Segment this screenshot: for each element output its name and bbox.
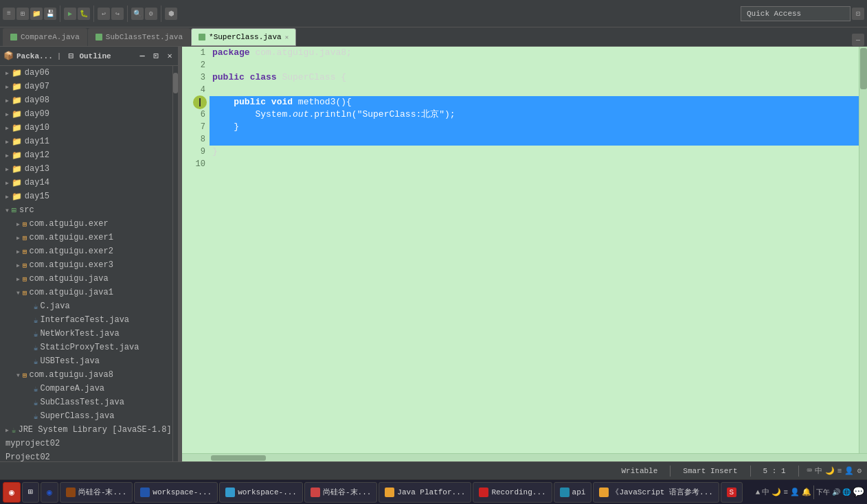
label-day15: day15 (25, 192, 49, 201)
sidebar-btn-close[interactable]: ✕ (164, 51, 175, 62)
sidebar-item-day11[interactable]: ▶ 📁 day11 (0, 135, 172, 148)
toolbar-icon-undo[interactable]: ↩ (98, 8, 110, 20)
icon-day07: 📁 (12, 82, 22, 92)
sidebar-item-pkg-java[interactable]: ▶ ⊞ com.atguigu.java (0, 272, 172, 286)
arrow-day11: ▶ (5, 139, 9, 145)
editor-vscrollbar[interactable] (859, 47, 867, 453)
editor-hscrollbar[interactable] (182, 453, 867, 461)
sidebar-icon-pkg[interactable]: 📦 (3, 51, 14, 62)
tray-notification[interactable]: 💬 (853, 486, 864, 498)
label-usb: USBTest.java (40, 356, 99, 366)
status-position-text: 5 : 1 (763, 467, 786, 475)
icon-interface: ☕ (34, 316, 38, 325)
toolbar-icon-search[interactable]: 🔍 (131, 8, 144, 20)
arrow-jre: ▶ (5, 427, 9, 433)
taskbar-item-workspace2[interactable]: workspace-... (219, 482, 303, 503)
tab-subclass-test[interactable]: SubClassTest.java (88, 28, 190, 46)
code-editor[interactable]: package com.atguigu.java8; public class … (210, 47, 859, 453)
sidebar-item-static-proxy[interactable]: ▶ ☕ StaticProxyTest.java (0, 341, 172, 354)
toolbar-icon-open[interactable]: 📁 (30, 8, 43, 20)
toolbar-icon-redo[interactable]: ↪ (111, 8, 124, 20)
editor-vscroll-thumb[interactable] (860, 48, 867, 89)
taskbar-item-js-ref[interactable]: 《JavaScript 语言参考... (593, 482, 719, 503)
sidebar-item-day13[interactable]: ▶ 📁 day13 (0, 162, 172, 176)
taskbar-item-workspace1[interactable]: workspace-... (134, 482, 218, 503)
sidebar-item-day09[interactable]: ▶ 📁 day09 (0, 107, 172, 121)
icon-pkg-exer3: ⊞ (23, 261, 27, 270)
sidebar-item-pkg-exer2[interactable]: ▶ ⊞ com.atguigu.exer2 (0, 244, 172, 258)
taskbar-label-shanggugu2: 尚硅谷-末... (323, 487, 371, 497)
sidebar-item-day06[interactable]: ▶ 📁 day06 (0, 66, 172, 80)
tray-volume: 🔊 (832, 488, 840, 496)
toolbar-icon-run[interactable]: ▶ (64, 8, 76, 20)
quick-access-box[interactable]: Quick Access (741, 6, 851, 21)
arrow-superclass: ▶ (27, 413, 31, 420)
taskbar-item-s[interactable]: S (721, 482, 743, 503)
sidebar-item-c-java[interactable]: ▶ ☕ C.java (0, 299, 172, 313)
sidebar-item-myproject02[interactable]: myproject02 (0, 437, 172, 450)
sidebar-item-usb-test[interactable]: ▶ ☕ USBTest.java (0, 354, 172, 368)
tab-close-3[interactable]: ✕ (285, 34, 289, 41)
label-pkg-exer1: com.atguigu.exer1 (29, 233, 113, 242)
label-pkg-java1: com.atguigu.java1 (29, 288, 113, 297)
toolbar-icon-maximize[interactable]: ⊡ (852, 8, 864, 20)
code-line-1: package com.atguigu.java8; (210, 47, 859, 59)
taskbar-browser[interactable]: ◉ (41, 482, 58, 503)
tab-superclass[interactable]: *SuperClass.java ✕ (191, 28, 296, 46)
toolbar-icon-perspective[interactable]: ⬢ (165, 8, 177, 20)
sidebar-item-pkg-exer3[interactable]: ▶ ⊞ com.atguigu.exer3 (0, 258, 172, 272)
sidebar-item-day10[interactable]: ▶ 📁 day10 (0, 121, 172, 135)
taskbar-item-shanggugu2[interactable]: 尚硅谷-末... (304, 482, 377, 503)
taskbar-item-recording[interactable]: Recording... (473, 482, 552, 503)
status-person: 👤 (844, 466, 854, 475)
arrow-day14: ▶ (5, 180, 9, 186)
sidebar-btn-collapse[interactable]: — (137, 51, 148, 62)
hscroll-thumb[interactable] (211, 455, 266, 461)
taskbar-windows-btn[interactable]: ⊞ (22, 482, 39, 503)
toolbar-icon-save[interactable]: 💾 (44, 8, 56, 20)
taskbar-item-java-platform[interactable]: Java Platfor... (379, 482, 471, 503)
sidebar-icon-outline[interactable]: ⊟ (65, 51, 76, 62)
sidebar-item-pkg-java8[interactable]: ▼ ⊞ com.atguigu.java8 (0, 368, 172, 382)
sidebar-item-subclass-test[interactable]: ▶ ☕ SubClassTest.java (0, 396, 172, 409)
toolbar-icon-debug[interactable]: 🐛 (78, 8, 90, 20)
icon-subclass: ☕ (34, 398, 38, 407)
toolbar-icon-menu[interactable]: ≡ (3, 8, 15, 20)
toolbar-icon-ref[interactable]: ⚙ (145, 8, 157, 20)
sidebar-item-project02[interactable]: Project02 (0, 450, 172, 461)
sidebar-scrollbar[interactable] (172, 66, 178, 461)
sidebar-item-src[interactable]: ▼ ⊞ src (0, 203, 172, 217)
sidebar-item-day14[interactable]: ▶ 📁 day14 (0, 176, 172, 190)
sidebar-item-day12[interactable]: ▶ 📁 day12 (0, 148, 172, 162)
label-project02: Project02 (5, 453, 50, 461)
sidebar-item-interface-test[interactable]: ▶ ☕ InterfaceTest.java (0, 313, 172, 327)
sidebar-item-network-test[interactable]: ▶ ☕ NetWorkTest.java (0, 327, 172, 341)
tab-compare-a[interactable]: CompareA.java (3, 28, 87, 46)
sidebar-topbar: 📦 Packa... | ⊟ Outline — ⊡ ✕ (0, 47, 178, 66)
toolbar-icon-new[interactable]: ⊞ (16, 8, 29, 20)
sidebar-btn-maximize[interactable]: ⊡ (150, 51, 161, 62)
sidebar-scroll-thumb[interactable] (173, 73, 178, 93)
tab-bar-min-btn[interactable]: — (852, 34, 864, 46)
sidebar-item-day07[interactable]: ▶ 📁 day07 (0, 80, 172, 93)
taskbar-item-api[interactable]: api (554, 482, 592, 503)
icon-day14: 📁 (12, 178, 22, 188)
shanggugu-icon-1 (66, 488, 76, 497)
sidebar-item-pkg-java1[interactable]: ▼ ⊞ com.atguigu.java1 (0, 286, 172, 299)
icon-pkg-exer1: ⊞ (23, 233, 27, 242)
taskbar-chrome[interactable]: ◉ (3, 482, 21, 503)
sidebar-item-jre[interactable]: ▶ ☕ JRE System Library [JavaSE-1.8] (0, 423, 172, 437)
sidebar-item-superclass[interactable]: ▶ ☕ SuperClass.java (0, 409, 172, 423)
sidebar-item-compare-a[interactable]: ▶ ☕ CompareA.java (0, 382, 172, 396)
sidebar-item-day08[interactable]: ▶ 📁 day08 (0, 93, 172, 107)
code-line-9: } (210, 146, 859, 158)
icon-pkg-java8: ⊞ (23, 371, 27, 380)
taskbar-item-shanggugu1[interactable]: 尚硅谷-末... (60, 482, 133, 503)
arrow-compare-a: ▶ (27, 386, 31, 392)
arrow-interface: ▶ (27, 317, 31, 323)
sidebar-item-pkg-exer[interactable]: ▶ ⊞ com.atguigu.exer (0, 217, 172, 231)
sidebar-item-pkg-exer1[interactable]: ▶ ⊞ com.atguigu.exer1 (0, 231, 172, 244)
sidebar-item-day15[interactable]: ▶ 📁 day15 (0, 190, 172, 203)
hscroll-track[interactable] (210, 454, 867, 461)
tray-icon-chevron[interactable]: ▲ (756, 488, 761, 496)
